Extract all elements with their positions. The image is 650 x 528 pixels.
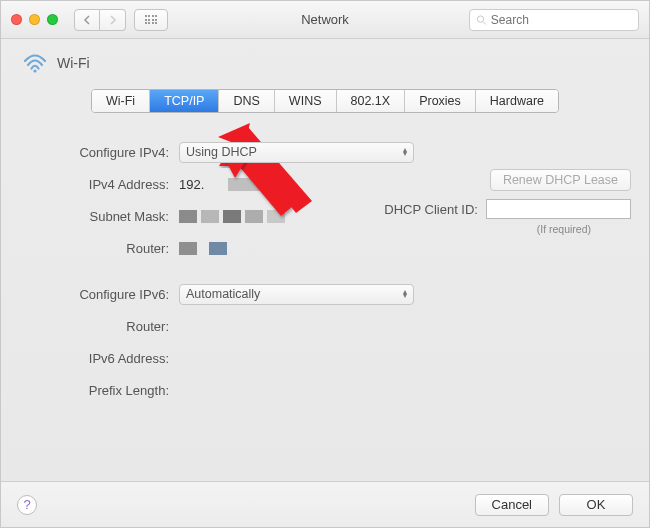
search-input[interactable] (491, 13, 632, 27)
tab-dns[interactable]: DNS (219, 90, 274, 112)
ipv4-address-label: IPv4 Address: (19, 177, 179, 192)
ipv4-address-value: 192. (179, 177, 272, 192)
zoom-icon[interactable] (47, 14, 58, 25)
prefix-length-label: Prefix Length: (19, 383, 179, 398)
ipv6-address-label: IPv6 Address: (19, 351, 179, 366)
dhcp-client-id-input[interactable] (486, 199, 631, 219)
minimize-icon[interactable] (29, 14, 40, 25)
tab-hardware[interactable]: Hardware (476, 90, 558, 112)
redacted-block (201, 210, 219, 223)
configure-ipv4-select[interactable]: Using DHCP ▴▾ (179, 142, 414, 163)
renew-dhcp-lease-button[interactable]: Renew DHCP Lease (490, 169, 631, 191)
grid-icon (145, 15, 158, 24)
redacted-block (179, 210, 197, 223)
dhcp-client-id-hint: (If required) (537, 223, 591, 235)
cancel-button[interactable]: Cancel (475, 494, 549, 516)
subnet-mask-value (179, 210, 285, 223)
search-icon (476, 14, 487, 26)
configure-ipv6-label: Configure IPv6: (19, 287, 179, 302)
connection-name: Wi-Fi (57, 55, 90, 71)
tab-8021x[interactable]: 802.1X (337, 90, 406, 112)
tab-wins[interactable]: WINS (275, 90, 337, 112)
svg-marker-7 (232, 127, 312, 213)
tcpip-form: Configure IPv4: Using DHCP ▴▾ IPv4 Addre… (19, 141, 631, 411)
redacted-block (245, 210, 263, 223)
tab-wifi[interactable]: Wi-Fi (92, 90, 150, 112)
tabs: Wi-Fi TCP/IP DNS WINS 802.1X Proxies Har… (91, 89, 559, 113)
tab-tcpip[interactable]: TCP/IP (150, 90, 219, 112)
redacted-block (223, 210, 241, 223)
ok-button[interactable]: OK (559, 494, 633, 516)
tab-proxies[interactable]: Proxies (405, 90, 476, 112)
redacted-block (179, 242, 197, 255)
redacted-block (267, 210, 285, 223)
router-v6-label: Router: (19, 319, 179, 334)
search-field[interactable] (469, 9, 639, 31)
router-v4-label: Router: (19, 241, 179, 256)
redacted-block (209, 242, 227, 255)
help-button[interactable]: ? (17, 495, 37, 515)
configure-ipv6-select[interactable]: Automatically ▴▾ (179, 284, 414, 305)
back-button[interactable] (74, 9, 100, 31)
connection-header: Wi-Fi (19, 53, 631, 73)
show-all-button[interactable] (134, 9, 168, 31)
router-v4-value (179, 242, 227, 255)
svg-line-1 (483, 21, 486, 24)
svg-point-0 (477, 15, 483, 21)
chevron-updown-icon: ▴▾ (403, 148, 407, 156)
configure-ipv4-label: Configure IPv4: (19, 145, 179, 160)
dhcp-client-id-label: DHCP Client ID: (384, 202, 478, 217)
forward-button[interactable] (100, 9, 126, 31)
network-preferences-window: Network Wi-Fi Wi-Fi TCP/IP DNS WINS 802.… (0, 0, 650, 528)
svg-point-2 (33, 69, 36, 72)
window-controls (11, 14, 58, 25)
close-icon[interactable] (11, 14, 22, 25)
chevron-updown-icon: ▴▾ (403, 290, 407, 298)
footer: ? Cancel OK (1, 481, 649, 527)
titlebar: Network (1, 1, 649, 39)
configure-ipv6-value: Automatically (186, 287, 260, 301)
configure-ipv4-value: Using DHCP (186, 145, 257, 159)
content-area: Wi-Fi Wi-Fi TCP/IP DNS WINS 802.1X Proxi… (1, 39, 649, 481)
wifi-icon (23, 53, 47, 73)
redacted-block (228, 178, 272, 191)
subnet-mask-label: Subnet Mask: (19, 209, 179, 224)
